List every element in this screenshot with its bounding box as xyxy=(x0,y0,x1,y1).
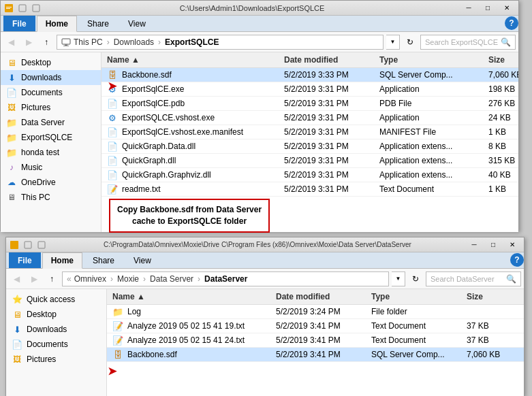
bottom-file-name-analyze1: 📝 Analyze 2019 05 02 15 41 19.txt xyxy=(112,320,276,331)
bottom-window: C:\ProgramData\Omnivex\Moxie\Drive C\Pro… xyxy=(5,237,525,396)
top-sidebar-item-thispc[interactable]: 🖥 This PC xyxy=(1,190,101,205)
bottom-sidebar-label-downloads: Downloads xyxy=(27,325,67,334)
top-file-row-backbone[interactable]: 🗄 Backbone.sdf 5/2/2019 3:33 PM SQL Serv… xyxy=(101,68,518,82)
top-file-name-readme: 📝 readme.txt xyxy=(107,184,284,195)
bottom-file-row-analyze2[interactable]: 📝 Analyze 2019 05 02 15 41 24.txt 5/2/20… xyxy=(107,333,524,348)
top-sidebar: 🖥 Desktop ⬇ Downloads 📄 Documents 🖼 Pict… xyxy=(1,52,101,232)
bottom-address-path[interactable]: « Omnivex › Moxie › Data Server › DataSe… xyxy=(62,271,389,286)
bottom-help-btn[interactable]: ? xyxy=(510,253,524,267)
top-sidebar-item-downloads[interactable]: ⬇ Downloads xyxy=(1,70,101,85)
top-refresh-btn[interactable]: ↻ xyxy=(403,35,418,50)
top-col-size[interactable]: Size xyxy=(488,55,518,65)
top-sidebar-label-onedrive: OneDrive xyxy=(21,178,56,187)
top-documents-icon: 📄 xyxy=(6,87,17,98)
top-file-name-data-dll: 📄 QuickGraph.Data.dll xyxy=(107,141,284,152)
bottom-close-btn[interactable]: ✕ xyxy=(503,239,521,251)
top-col-name[interactable]: Name ▲ xyxy=(107,55,284,65)
svg-rect-7 xyxy=(63,46,69,46)
top-file-row-data-dll[interactable]: 📄 QuickGraph.Data.dll 5/2/2019 3:31 PM A… xyxy=(101,139,518,154)
top-window: C:\Users\Admin1\Downloads\ExportSQLCE ─ … xyxy=(0,0,519,231)
bottom-window-controls: ─ □ ✕ xyxy=(465,239,521,251)
bottom-col-size[interactable]: Size xyxy=(467,292,521,301)
top-nav-icon1 xyxy=(17,3,28,14)
top-nav-icon2 xyxy=(31,3,42,14)
top-dataserver-icon: 📁 xyxy=(6,117,17,128)
top-file-row-graphviz-dll[interactable]: 📄 QuickGraph.Graphviz.dll 5/2/2019 3:31 … xyxy=(101,168,518,182)
bottom-sidebar-item-pictures[interactable]: 🖼 Pictures xyxy=(6,352,106,367)
top-address-path[interactable]: This PC › Downloads › ExportSQLCE xyxy=(57,35,384,50)
top-file-icon-graphviz-dll: 📄 xyxy=(107,169,118,180)
bottom-back-btn[interactable]: ◀ xyxy=(9,271,24,286)
top-sidebar-item-dataserver[interactable]: 📁 Data Server xyxy=(1,115,101,130)
top-col-type[interactable]: Type xyxy=(379,55,488,65)
bottom-downloads-icon: ⬇ xyxy=(12,324,22,335)
bottom-sidebar-item-documents[interactable]: 📄 Documents xyxy=(6,337,106,352)
bottom-col-type[interactable]: Type xyxy=(371,292,467,301)
top-close-btn[interactable]: ✕ xyxy=(498,2,516,14)
bottom-file-row-analyze1[interactable]: 📝 Analyze 2019 05 02 15 41 19.txt 5/2/20… xyxy=(107,319,524,333)
top-help-btn[interactable]: ? xyxy=(505,16,518,30)
top-file-name-manifest: 📄 ExportSqlCE.vshost.exe.manifest xyxy=(107,127,284,137)
top-title-bar: C:\Users\Admin1\Downloads\ExportSQLCE ─ … xyxy=(1,1,518,16)
bottom-tab-home[interactable]: Home xyxy=(42,252,82,269)
top-sidebar-item-documents[interactable]: 📄 Documents xyxy=(1,85,101,100)
bottom-tab-view[interactable]: View xyxy=(125,252,160,268)
bottom-minimize-btn[interactable]: ─ xyxy=(465,239,483,251)
top-back-btn[interactable]: ◀ xyxy=(3,35,18,50)
top-file-icon-backbone: 🗄 xyxy=(107,69,118,80)
top-search-input[interactable]: Search ExportSQLCE 🔍 xyxy=(420,35,516,50)
top-file-icon-readme: 📝 xyxy=(107,184,118,195)
bottom-refresh-btn[interactable]: ↻ xyxy=(408,271,423,286)
bottom-maximize-btn[interactable]: □ xyxy=(484,239,502,251)
top-file-row-manifest[interactable]: 📄 ExportSqlCE.vshost.exe.manifest 5/2/20… xyxy=(101,125,518,139)
top-tab-home[interactable]: Home xyxy=(37,16,77,32)
top-sidebar-item-onedrive[interactable]: ☁ OneDrive xyxy=(1,175,101,190)
bottom-search-input[interactable]: Search DataServer 🔍 xyxy=(426,271,521,286)
bottom-tab-file[interactable]: File xyxy=(9,252,41,268)
top-sidebar-item-desktop[interactable]: 🖥 Desktop xyxy=(1,55,101,70)
top-sidebar-item-honda[interactable]: 📁 honda test xyxy=(1,145,101,160)
bottom-sidebar-item-downloads[interactable]: ⬇ Downloads xyxy=(6,322,106,337)
top-file-row-readme[interactable]: 📝 readme.txt 5/2/2019 3:31 PM Text Docum… xyxy=(101,182,518,197)
top-tab-file[interactable]: File xyxy=(3,16,35,31)
bottom-up-btn[interactable]: ↑ xyxy=(44,271,59,286)
top-file-row-dll[interactable]: 📄 QuickGraph.dll 5/2/2019 3:31 PM Applic… xyxy=(101,154,518,168)
bottom-path-current: DataServer xyxy=(204,274,247,284)
annotation-box: Copy Backbone.sdf from Data Server cache… xyxy=(109,199,270,233)
top-address-dropdown[interactable]: ▼ xyxy=(386,35,400,50)
bottom-col-modified[interactable]: Date modified xyxy=(276,292,371,301)
top-tab-view[interactable]: View xyxy=(119,16,155,31)
top-file-name-vshost: ⚙ ExportSQLCE.vshost.exe xyxy=(107,112,284,123)
bottom-file-row-log[interactable]: 📁 Log 5/2/2019 3:24 PM File folder xyxy=(107,305,524,319)
top-red-arrow: ➤ xyxy=(108,80,116,93)
top-tab-share[interactable]: Share xyxy=(78,16,118,31)
bottom-file-icon-log: 📁 xyxy=(112,306,123,317)
bottom-file-name-log: 📁 Log xyxy=(112,306,276,317)
bottom-tab-share[interactable]: Share xyxy=(84,252,123,268)
bottom-window-title: C:\ProgramData\Omnivex\Moxie\Drive C\Pro… xyxy=(50,241,465,248)
top-forward-btn[interactable]: ▶ xyxy=(21,35,36,50)
top-sidebar-item-music[interactable]: ♪ Music xyxy=(1,160,101,175)
top-file-row-pdb[interactable]: 📄 ExportSqlCE.pdb 5/2/2019 3:31 PM PDB F… xyxy=(101,97,518,111)
bottom-path-omnivex: Omnivex xyxy=(74,274,106,284)
bottom-sidebar-item-desktop[interactable]: 🖥 Desktop xyxy=(6,307,106,322)
top-up-btn[interactable]: ↑ xyxy=(39,35,54,50)
top-col-modified[interactable]: Date modified xyxy=(284,55,379,65)
bottom-address-dropdown[interactable]: ▼ xyxy=(392,271,405,286)
top-sidebar-item-exportsqlce[interactable]: 📁 ExportSQLCE xyxy=(1,130,101,145)
bottom-forward-btn[interactable]: ▶ xyxy=(27,271,42,286)
top-file-row-vshost[interactable]: ⚙ ExportSQLCE.vshost.exe 5/2/2019 3:31 P… xyxy=(101,111,518,125)
bottom-red-arrow: ➤ xyxy=(108,365,116,378)
top-file-row-exe[interactable]: ⚙ ExportSqlCE.exe 5/2/2019 3:31 PM Appli… xyxy=(101,82,518,97)
svg-rect-9 xyxy=(25,242,31,248)
bottom-documents-icon: 📄 xyxy=(12,339,22,350)
bottom-file-row-backbone[interactable]: 🗄 Backbone.sdf 5/2/2019 3:41 PM SQL Serv… xyxy=(107,348,524,362)
top-minimize-btn[interactable]: ─ xyxy=(460,2,478,14)
top-maximize-btn[interactable]: □ xyxy=(479,2,497,14)
bottom-sidebar-item-quickaccess[interactable]: ⭐ Quick access xyxy=(6,292,106,307)
top-sidebar-item-pictures[interactable]: 🖼 Pictures xyxy=(1,100,101,115)
top-search-placeholder: Search ExportSQLCE xyxy=(425,38,498,46)
top-music-icon: ♪ xyxy=(6,162,17,173)
bottom-title-icons xyxy=(9,240,47,250)
bottom-col-name[interactable]: Name ▲ xyxy=(112,292,276,301)
